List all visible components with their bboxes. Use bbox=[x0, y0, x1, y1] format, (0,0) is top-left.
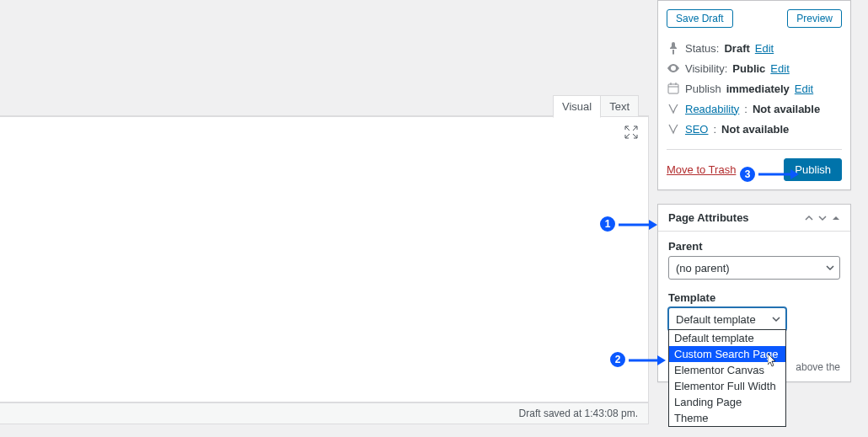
publish-edit-link[interactable]: Edit bbox=[795, 83, 813, 95]
save-draft-button[interactable]: Save Draft bbox=[667, 9, 733, 28]
yoast-icon bbox=[667, 102, 680, 115]
sidebar: Save Draft Preview Status: Draft Edit Vi… bbox=[657, 0, 851, 396]
move-up-icon[interactable] bbox=[805, 214, 813, 222]
arrow-icon bbox=[629, 353, 666, 368]
move-down-icon[interactable] bbox=[818, 214, 827, 222]
template-option-elementor-full-width[interactable]: Elementor Full Width bbox=[669, 378, 785, 394]
editor-area: Visual Text Draft saved at 1:43:08 pm. bbox=[0, 0, 649, 437]
visibility-edit-link[interactable]: Edit bbox=[770, 62, 789, 75]
template-option-default[interactable]: Default template bbox=[669, 330, 785, 346]
readability-link[interactable]: Readability bbox=[685, 103, 739, 115]
svg-marker-9 bbox=[790, 169, 799, 179]
step-badge-2: 2 bbox=[608, 350, 627, 369]
draft-saved-text: Draft saved at 1:43:08 pm. bbox=[519, 408, 638, 419]
page-attributes-title: Page Attributes bbox=[668, 211, 749, 224]
visibility-value: Public bbox=[732, 62, 765, 75]
editor-mode-tabs: Visual Text bbox=[553, 95, 639, 118]
helper-text: above the bbox=[796, 361, 840, 373]
metabox-controls bbox=[805, 214, 840, 222]
arrow-icon bbox=[619, 217, 657, 232]
publish-metabox: Save Draft Preview Status: Draft Edit Vi… bbox=[657, 0, 851, 190]
mouse-cursor-icon bbox=[768, 354, 777, 367]
tab-visual[interactable]: Visual bbox=[553, 95, 601, 118]
svg-marker-7 bbox=[657, 355, 666, 365]
seo-row: SEO: Not available bbox=[667, 119, 842, 139]
readability-value: Not available bbox=[753, 103, 820, 115]
arrow-icon bbox=[758, 167, 799, 182]
editor-body[interactable] bbox=[0, 116, 649, 402]
svg-rect-0 bbox=[668, 84, 678, 93]
page-attributes-header[interactable]: Page Attributes bbox=[658, 205, 850, 232]
chevron-down-icon bbox=[826, 264, 834, 272]
readability-row: Readability: Not available bbox=[667, 99, 842, 119]
calendar-icon bbox=[667, 82, 680, 95]
eye-icon bbox=[667, 61, 680, 75]
step-badge-1: 1 bbox=[598, 215, 617, 233]
template-select[interactable]: Default template bbox=[668, 307, 786, 331]
publish-label: Publish bbox=[685, 83, 721, 95]
svg-marker-5 bbox=[649, 220, 657, 230]
chevron-down-icon bbox=[772, 315, 780, 323]
yoast-icon bbox=[667, 122, 680, 136]
seo-link[interactable]: SEO bbox=[685, 123, 708, 136]
parent-value: (no parent) bbox=[676, 262, 730, 274]
parent-select[interactable]: (no parent) bbox=[668, 256, 840, 280]
template-dropdown: Default template Custom Search Page Elem… bbox=[668, 329, 786, 427]
move-to-trash-link[interactable]: Move to Trash bbox=[667, 163, 736, 176]
template-option-landing-page[interactable]: Landing Page bbox=[669, 394, 785, 410]
status-label: Status: bbox=[685, 42, 719, 55]
pin-icon bbox=[667, 41, 680, 55]
fullscreen-icon[interactable] bbox=[623, 124, 640, 141]
publish-value: immediately bbox=[726, 83, 790, 95]
collapse-icon[interactable] bbox=[832, 214, 840, 222]
template-option-theme[interactable]: Theme bbox=[669, 410, 785, 426]
editor-toolbar-region bbox=[0, 0, 649, 116]
tab-text[interactable]: Text bbox=[601, 95, 639, 118]
visibility-row: Visibility: Public Edit bbox=[667, 58, 842, 78]
visibility-label: Visibility: bbox=[685, 62, 727, 75]
status-value: Draft bbox=[724, 42, 749, 55]
publish-row: Publish immediately Edit bbox=[667, 78, 842, 99]
parent-label: Parent bbox=[668, 240, 840, 253]
status-row: Status: Draft Edit bbox=[667, 38, 842, 58]
template-value: Default template bbox=[676, 313, 756, 326]
page-attributes-metabox: Page Attributes Parent (no parent) bbox=[657, 204, 851, 382]
seo-value: Not available bbox=[721, 123, 789, 136]
editor-status-bar: Draft saved at 1:43:08 pm. bbox=[0, 402, 649, 424]
step-badge-3: 3 bbox=[738, 165, 757, 184]
template-label: Template bbox=[668, 291, 840, 304]
preview-button[interactable]: Preview bbox=[787, 9, 842, 28]
status-edit-link[interactable]: Edit bbox=[755, 42, 774, 55]
